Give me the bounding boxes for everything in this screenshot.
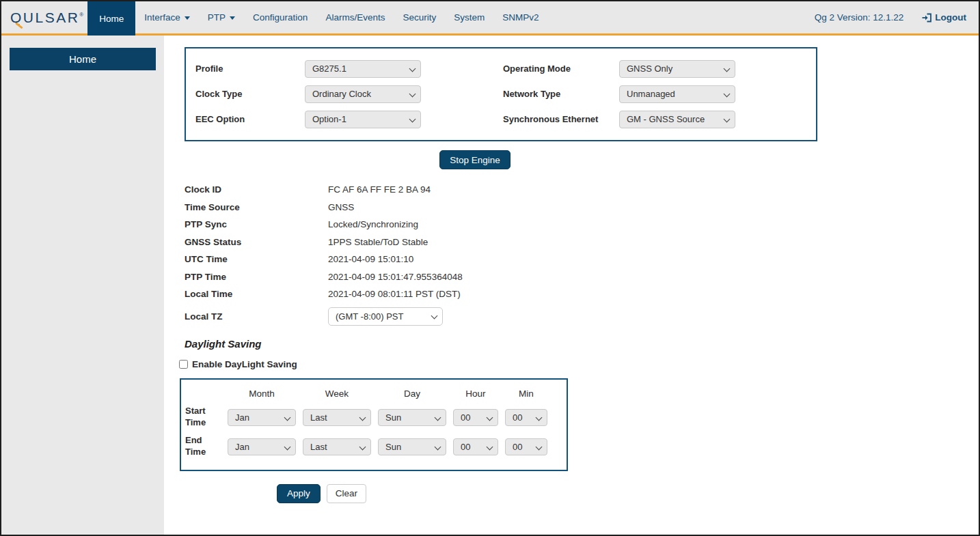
enable-daylight-saving-label[interactable]: Enable DayLight Saving [192,359,297,369]
start-time-row: Start Time Jan Last Sun 00 00 [185,403,567,432]
gnss-status-value: 1PPS Stable/ToD Stable [328,237,428,247]
tab-system-label: System [454,12,485,23]
tab-snmpv2[interactable]: SNMPv2 [493,1,547,33]
sidebar-item-home[interactable]: Home [10,48,156,70]
status-row: Time Source GNSS [185,199,979,216]
status-row: UTC Time 2021-04-09 15:01:10 [185,251,979,268]
status-row: Clock ID FC AF 6A FF FE 2 BA 94 [185,181,979,199]
network-type-label: Network Type [503,89,619,99]
local-tz-label: Local TZ [185,311,328,322]
week-column-header: Week [303,389,371,399]
local-tz-select[interactable]: (GMT -8:00) PST [328,307,443,326]
end-day-select[interactable]: Sun [378,438,446,455]
tab-alarms-events[interactable]: Alarms/Events [316,1,394,33]
profile-label: Profile [195,64,305,74]
tab-configuration[interactable]: Configuration [244,1,316,33]
tab-ptp[interactable]: PTP [199,1,244,33]
sidebar: Home [1,36,164,535]
tab-security-label: Security [403,12,436,23]
status-row: PTP Sync Locked/Synchronizing [185,216,979,234]
version-label: Qg 2 Version: 12.1.22 [815,12,904,23]
clock-type-select[interactable]: Ordinary Clock [305,85,421,103]
clock-id-label: Clock ID [185,184,328,195]
clear-button[interactable]: Clear [327,484,366,503]
operating-mode-select[interactable]: GNSS Only [619,60,735,78]
start-week-select[interactable]: Last [303,409,371,426]
end-hour-select[interactable]: 00 [453,438,498,455]
ptp-time-label: PTP Time [185,272,328,282]
tab-alarms-events-label: Alarms/Events [325,12,385,23]
top-navbar: QULSAR® Home Interface PTP Configuration… [1,1,979,36]
time-source-label: Time Source [185,202,328,212]
enable-daylight-saving-checkbox[interactable] [179,360,188,369]
gnss-status-label: GNSS Status [185,237,328,247]
eec-option-label: EEC Option [195,114,305,124]
logo-text: QULSAR [10,10,79,26]
eec-option-select[interactable]: Option-1 [305,111,421,128]
daylight-saving-heading: Daylight Saving [185,338,979,350]
day-column-header: Day [378,389,446,399]
min-column-header: Min [505,389,547,399]
dst-schedule-panel: Month Week Day Hour Min Start Time Jan L… [180,378,568,471]
network-type-select[interactable]: Unmanaged [619,85,735,103]
tab-interface-label: Interface [144,12,180,23]
end-time-row: End Time Jan Last Sun 00 00 [185,432,567,462]
start-time-label: Start Time [185,406,221,429]
chevron-down-icon [230,16,235,20]
hour-column-header: Hour [453,389,498,399]
tab-system[interactable]: System [445,1,493,33]
start-day-select[interactable]: Sun [378,409,446,426]
status-row: GNSS Status 1PPS Stable/ToD Stable [185,234,979,251]
profile-select[interactable]: G8275.1 [305,60,421,78]
clock-type-label: Clock Type [195,89,305,99]
month-column-header: Month [228,389,296,399]
ptp-sync-label: PTP Sync [185,219,328,229]
ptp-time-value: 2021-04-09 15:01:47.955364048 [328,272,463,282]
ptp-sync-value: Locked/Synchronizing [328,219,418,229]
time-source-value: GNSS [328,202,354,212]
clock-id-value: FC AF 6A FF FE 2 BA 94 [328,184,431,195]
navbar-accent-stripe [1,33,979,36]
main-content: Profile G8275.1 Operating Mode GNSS Only… [164,36,979,535]
utc-time-label: UTC Time [185,254,328,264]
qulsar-logo: QULSAR® [10,10,83,26]
stop-engine-button[interactable]: Stop Engine [439,150,511,169]
sidebar-item-home-label: Home [69,53,96,65]
synchronous-ethernet-select[interactable]: GM - GNSS Source [619,111,735,128]
start-month-select[interactable]: Jan [228,409,296,426]
start-min-select[interactable]: 00 [505,409,547,426]
logout-label: Logout [935,12,966,23]
end-min-select[interactable]: 00 [505,438,547,455]
local-time-value: 2021-04-09 08:01:11 PST (DST) [328,289,461,299]
synchronous-ethernet-label: Synchronous Ethernet [503,114,619,124]
tab-home-label: Home [99,14,124,24]
tab-configuration-label: Configuration [253,12,308,23]
status-row: Local Time 2021-04-09 08:01:11 PST (DST) [185,285,979,303]
operating-mode-label: Operating Mode [503,64,619,74]
tab-interface[interactable]: Interface [135,1,199,33]
engine-config-panel: Profile G8275.1 Operating Mode GNSS Only… [185,47,817,141]
tab-snmpv2-label: SNMPv2 [502,12,539,23]
status-row: PTP Time 2021-04-09 15:01:47.955364048 [185,268,979,286]
end-time-label: End Time [185,435,221,458]
apply-button[interactable]: Apply [277,484,321,503]
registered-mark: ® [79,12,83,18]
end-week-select[interactable]: Last [303,438,371,455]
utc-time-value: 2021-04-09 15:01:10 [328,254,413,264]
chevron-down-icon [185,16,190,20]
tab-home[interactable]: Home [87,1,135,36]
tab-security[interactable]: Security [394,1,445,33]
start-hour-select[interactable]: 00 [453,409,498,426]
status-list: Clock ID FC AF 6A FF FE 2 BA 94 Time Sou… [185,181,979,303]
end-month-select[interactable]: Jan [228,438,296,455]
logout-button[interactable]: Logout [921,12,966,23]
logout-icon [921,12,932,23]
local-time-label: Local Time [185,289,328,299]
tab-ptp-label: PTP [208,12,226,23]
